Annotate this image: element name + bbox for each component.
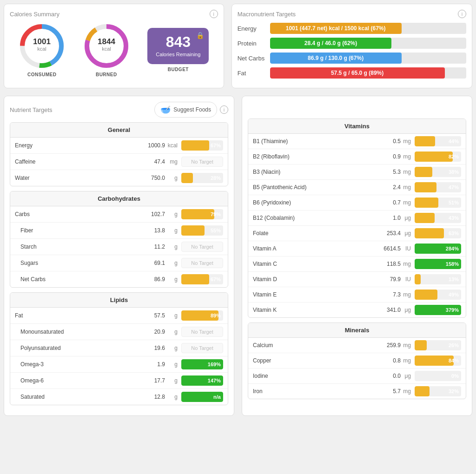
macro-name: Energy	[238, 25, 270, 32]
vm-name: Copper	[253, 357, 377, 364]
nutrient-bar-fill	[181, 173, 193, 183]
nutrient-row: Saturated 12.8 g n/a	[10, 389, 228, 405]
vm-row: Vitamin C 118.5 mg 158%	[248, 257, 466, 272]
nutrient-bar-text: 67%	[211, 143, 221, 148]
nutrient-bar-bg: 169%	[181, 359, 223, 369]
vm-name: B2 (Riboflavin)	[253, 153, 377, 160]
vm-bar-fill	[415, 213, 435, 223]
vm-bar-bg: 0%	[415, 371, 461, 381]
vm-row: Vitamin D 79.9 IU 13%	[248, 272, 466, 287]
vm-bar-fill	[415, 386, 430, 396]
table-header: General	[10, 123, 228, 138]
burned-circle: 1844 kcal BURNED	[83, 23, 130, 77]
vm-unit: μg	[402, 215, 411, 221]
vm-bar-text: 32%	[449, 388, 459, 394]
vm-unit: μg	[402, 230, 411, 237]
nutrient-bar-wrapper: 28%	[181, 173, 223, 183]
nutrient-value: 86.9	[139, 276, 165, 283]
macro-bar: 57.5 g / 65.0 g (89%)	[270, 67, 445, 79]
nutrient-unit: g	[166, 345, 178, 351]
suggest-foods-button[interactable]: 🥣 Suggest Foods	[154, 102, 217, 118]
vm-row: B6 (Pyridoxine) 0.7 mg 51%	[248, 195, 466, 211]
vm-bar-text: 158%	[446, 261, 459, 267]
nutrient-name: Water	[15, 175, 139, 181]
vm-bar-text: 47%	[449, 184, 459, 190]
vm-row: Vitamin A 6614.5 IU 284%	[248, 241, 466, 257]
vm-bar-fill	[415, 151, 453, 162]
macro-row: Protein 28.4 g / 46.0 g (62%)	[238, 38, 466, 49]
vm-unit: mg	[402, 357, 411, 364]
vm-unit: mg	[402, 291, 411, 298]
nutrient-bar-bg: 79%	[181, 209, 223, 219]
macro-info-icon[interactable]: i	[458, 10, 466, 18]
vm-bar-wrapper: 82%	[415, 151, 461, 162]
vm-bar-bg: 47%	[415, 182, 461, 192]
calories-info-icon[interactable]: i	[210, 10, 218, 18]
nutrient-name: Energy	[15, 142, 139, 149]
vm-name: Vitamin A	[253, 245, 377, 252]
vm-table-header: Vitamins	[248, 119, 466, 134]
nutrient-bar-bg: n/a	[181, 392, 223, 402]
nutrient-bar-fill	[181, 209, 214, 219]
vm-row: Vitamin E 7.3 mg 49%	[248, 287, 466, 303]
vm-bar-fill	[415, 182, 436, 192]
vm-unit: mg	[402, 138, 411, 145]
lipids-table-table: Lipids Fat 57.5 g 89% Monounsaturated 20…	[10, 292, 228, 405]
budget-circle: 🔒 843 Calories Remaining BUDGET	[147, 28, 209, 72]
nutrient-unit: g	[166, 227, 178, 234]
nutrient-bar-text: 67%	[211, 276, 221, 282]
nutrient-name: Caffeine	[15, 158, 139, 165]
budget-label: BUDGET	[168, 67, 189, 72]
nutrient-row: Water 750.0 g 28%	[10, 170, 228, 186]
vm-unit: mg	[402, 184, 411, 191]
nutrient-row: Caffeine 47.4 mg No Target	[10, 154, 228, 170]
vm-value: 2.4	[377, 184, 401, 191]
vm-bar-text: 82%	[449, 154, 459, 159]
vm-value: 5.7	[377, 388, 401, 395]
macro-bar: 86.9 g / 130.0 g (67%)	[270, 53, 402, 64]
nutrient-unit: g	[166, 276, 178, 283]
vm-bar-wrapper: 158%	[415, 259, 461, 269]
nutrient-value: 69.1	[139, 260, 165, 266]
nutrient-bar-text: 169%	[208, 362, 221, 367]
nutrient-row: Omega-3 1.9 g 169%	[10, 356, 228, 373]
vm-unit: μg	[402, 307, 411, 313]
nutrient-row: Fiber 13.8 g 55%	[10, 223, 228, 239]
vm-row: Folate 253.4 μg 63%	[248, 226, 466, 241]
vm-name: Vitamin E	[253, 291, 377, 298]
vm-bar-fill	[415, 198, 438, 208]
vm-unit: mg	[402, 199, 411, 206]
vm-table-header: Minerals	[248, 323, 466, 338]
vm-value: 1.0	[377, 215, 401, 221]
vm-name: Vitamin C	[253, 261, 377, 267]
vm-name: Vitamin K	[253, 307, 377, 313]
vm-bar-fill	[415, 136, 435, 146]
vm-bar-text: 44%	[449, 138, 459, 144]
vm-bar-bg: 84%	[415, 356, 461, 366]
vm-bar-wrapper: 13%	[415, 274, 461, 284]
macro-row: Net Carbs 86.9 g / 130.0 g (67%)	[238, 53, 466, 64]
nutrient-unit: mg	[166, 158, 178, 165]
nutrient-unit: g	[166, 211, 178, 217]
nutrient-value: 750.0	[139, 175, 165, 181]
vm-bar-text: 49%	[449, 292, 459, 297]
nutrient-unit: g	[166, 394, 178, 400]
vm-bar-fill	[415, 340, 427, 350]
vm-unit: mg	[402, 388, 411, 395]
vm-name: B1 (Thiamine)	[253, 138, 377, 145]
vm-value: 259.9	[377, 342, 401, 349]
nutrient-info-icon[interactable]: i	[220, 105, 228, 114]
vm-bar-bg: 44%	[415, 136, 461, 146]
nutrient-unit: g	[166, 260, 178, 266]
nutrient-name: Polyunsaturated	[20, 345, 139, 351]
vm-value: 0.5	[377, 138, 401, 145]
nutrient-value: 12.8	[139, 394, 165, 400]
consumed-donut: 1001 kcal	[19, 23, 65, 69]
macro-bar-container: 86.9 g / 130.0 g (67%)	[270, 53, 466, 64]
nutrient-row: Sugars 69.1 g No Target	[10, 255, 228, 271]
vm-bar-text: 51%	[449, 200, 459, 205]
table-header: Lipids	[10, 293, 228, 308]
nutrient-name: Starch	[20, 244, 139, 250]
no-target-label: No Target	[181, 343, 223, 353]
vm-bar-text: 63%	[449, 230, 459, 236]
